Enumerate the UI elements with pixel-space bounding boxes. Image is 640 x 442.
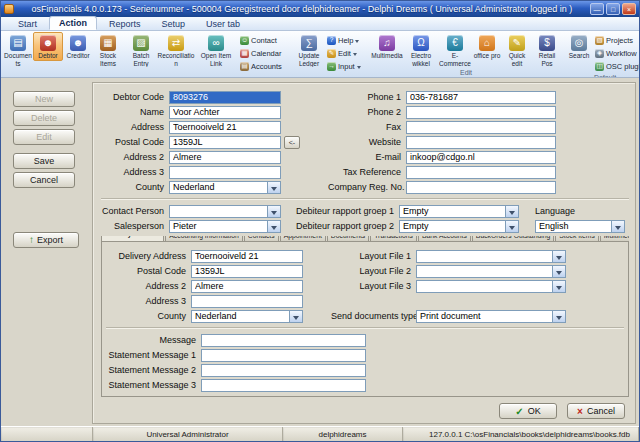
- quick-edit-label: Quick edit: [503, 52, 531, 67]
- chevron-down-icon: [267, 182, 280, 193]
- chevron-down-icon: [505, 221, 518, 232]
- email-input[interactable]: [406, 151, 556, 164]
- delete-button[interactable]: Delete: [13, 110, 75, 126]
- x-icon: ×: [577, 406, 583, 417]
- close-button[interactable]: ×: [622, 3, 636, 15]
- delivery-address3-input[interactable]: [191, 295, 303, 308]
- save-button[interactable]: Save: [13, 153, 75, 169]
- phone2-label: Phone 2: [328, 107, 406, 117]
- tax-reference-label: Tax Reference: [328, 167, 406, 177]
- rapport-groep2-label: Debiteur rapport groep 2: [281, 221, 399, 231]
- creditor-button[interactable]: ☻ Creditor: [63, 32, 93, 61]
- statement-message3-input[interactable]: [201, 379, 366, 392]
- open-item-link-button[interactable]: ∞ Open Item Link: [196, 32, 236, 68]
- documents-button[interactable]: ▤ Documents: [3, 32, 33, 68]
- maximize-button[interactable]: □: [606, 3, 620, 15]
- fax-label: Fax: [328, 122, 406, 132]
- new-button[interactable]: New: [13, 91, 75, 107]
- message-input[interactable]: [201, 334, 366, 347]
- reconciliation-button[interactable]: ⇄ Reconciliation: [156, 32, 196, 68]
- postal-code-label: Postal Code: [101, 137, 169, 147]
- input-label: Input: [338, 62, 355, 71]
- cancel-button[interactable]: Cancel: [13, 172, 75, 188]
- input-menu-button[interactable]: → Input: [326, 60, 368, 73]
- search-button[interactable]: ◎ Search: [564, 32, 594, 61]
- delivery-postal-code-label: Postal Code: [106, 266, 191, 276]
- delivery-county-select[interactable]: Nederland: [191, 310, 303, 323]
- accounts-button[interactable]: ▤ Accounts: [239, 60, 289, 73]
- chevron-down-icon: [353, 53, 357, 58]
- statement-message2-input[interactable]: [201, 364, 366, 377]
- debtor-code-input[interactable]: [169, 91, 281, 104]
- address2-label: Address 2: [101, 152, 169, 162]
- postal-lookup-button[interactable]: <-: [284, 136, 300, 149]
- tab-user-tab[interactable]: User tab: [197, 18, 249, 30]
- county-select[interactable]: Nederland: [169, 181, 281, 194]
- debtor-button[interactable]: ☻ Debtor: [33, 32, 63, 61]
- help-button[interactable]: ? Help: [326, 34, 368, 47]
- edit-button[interactable]: Edit: [13, 129, 75, 145]
- address2-input[interactable]: [169, 151, 281, 164]
- documents-icon: ▤: [10, 35, 26, 51]
- office-pro-icon: ⌂: [479, 35, 495, 51]
- app-window: osFinancials 4.0.0.173 - Serienummer - 5…: [0, 0, 640, 442]
- osc-plugin-button[interactable]: ◫ OSC plugin: [594, 60, 639, 73]
- menubar: Start Action Reports Setup User tab: [1, 17, 639, 31]
- stock-items-button[interactable]: ▦ Stock Items: [93, 32, 123, 68]
- projects-button[interactable]: ▧ Projects: [594, 34, 639, 47]
- cancel-label: Cancel: [587, 406, 615, 416]
- workflow-button[interactable]: ◈ Workflow: [594, 47, 639, 60]
- tax-reference-input[interactable]: [406, 166, 556, 179]
- quick-edit-button[interactable]: ✎ Quick edit: [502, 32, 532, 68]
- phone1-input[interactable]: [406, 91, 556, 104]
- fax-input[interactable]: [406, 121, 556, 134]
- send-documents-type-select[interactable]: Print document: [416, 310, 566, 323]
- address3-input[interactable]: [169, 166, 281, 179]
- ribbon-group-edit-label: Edit: [370, 68, 562, 77]
- tab-reports[interactable]: Reports: [100, 18, 150, 30]
- address-input[interactable]: [169, 121, 281, 134]
- tab-start[interactable]: Start: [9, 18, 46, 30]
- rapport-groep2-select[interactable]: Empty: [399, 220, 519, 233]
- language-select[interactable]: English: [535, 220, 625, 233]
- calendar-button[interactable]: ▦ Calendar: [239, 47, 289, 60]
- export-button[interactable]: ↑ Export: [13, 232, 79, 248]
- statement-message1-input[interactable]: [201, 349, 366, 362]
- layout-file1-label: Layout File 1: [331, 251, 416, 261]
- edit-menu-button[interactable]: ✎ Edit: [326, 47, 368, 60]
- website-input[interactable]: [406, 136, 556, 149]
- postal-code-input[interactable]: [169, 136, 281, 149]
- tab-setup[interactable]: Setup: [153, 18, 195, 30]
- message-section: Message Statement Message 1 Statement Me…: [106, 333, 624, 392]
- company-reg-input[interactable]: [406, 181, 556, 194]
- contact-person-select[interactable]: [169, 205, 281, 218]
- update-ledger-button[interactable]: ∑ Update Ledger: [292, 32, 326, 68]
- delivery-right-column: Layout File 1 Layout File 2: [331, 249, 566, 324]
- layout-file2-select[interactable]: [416, 265, 566, 278]
- delivery-address2-input[interactable]: [191, 280, 303, 293]
- phone2-input[interactable]: [406, 106, 556, 119]
- office-pro-button[interactable]: ⌂ office pro: [472, 32, 502, 61]
- batch-entry-button[interactable]: ▨ Batch Entry: [126, 32, 156, 68]
- reconciliation-icon: ⇄: [168, 35, 184, 51]
- delivery-address-input[interactable]: [191, 250, 303, 263]
- form-cancel-button[interactable]: × Cancel: [567, 403, 625, 419]
- rapport-groep1-select[interactable]: Empty: [399, 205, 519, 218]
- electro-wikkel-button[interactable]: Ω Electro wikkel: [404, 32, 438, 68]
- ribbon-group-main: ▤ Documents ☻ Debtor ☻ Creditor ▦ Stock …: [3, 32, 368, 77]
- layout-file1-select[interactable]: [416, 250, 566, 263]
- salesperson-select[interactable]: Pieter: [169, 220, 281, 233]
- name-input[interactable]: [169, 106, 281, 119]
- multimedia-button[interactable]: ♫ Multimedia: [370, 32, 404, 61]
- tab-action[interactable]: Action: [49, 16, 97, 30]
- layout-file3-select[interactable]: [416, 280, 566, 293]
- ecommerce-button[interactable]: € E-Commerce: [438, 32, 472, 68]
- delivery-postal-code-input[interactable]: [191, 265, 303, 278]
- minimize-button[interactable]: —: [590, 3, 604, 15]
- layout-file3-label: Layout File 3: [331, 281, 416, 291]
- ok-button[interactable]: ✓ OK: [499, 403, 557, 419]
- workflow-label: Workflow: [606, 49, 637, 58]
- retail-pos-button[interactable]: $ Retail Pos: [532, 32, 562, 68]
- contact-button[interactable]: ☺ Contact: [239, 34, 289, 47]
- input-icon: →: [327, 62, 336, 71]
